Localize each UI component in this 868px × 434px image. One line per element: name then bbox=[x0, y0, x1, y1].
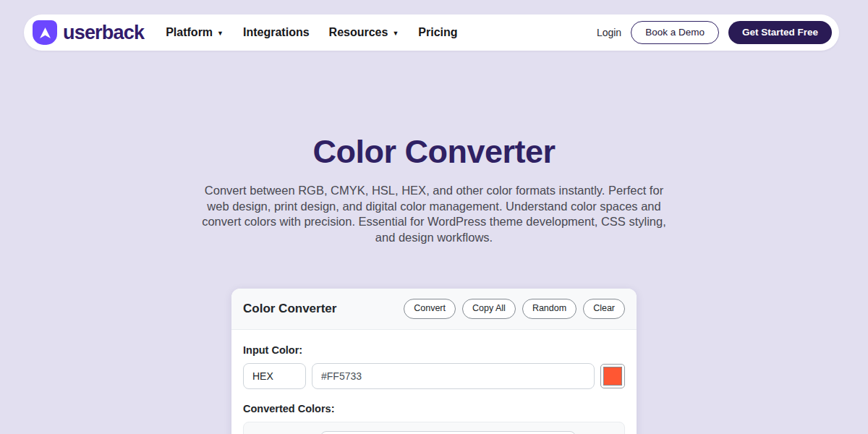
book-a-demo-button[interactable]: Book a Demo bbox=[631, 21, 719, 44]
color-format-select[interactable]: HEX bbox=[243, 363, 306, 389]
nav-item-pricing[interactable]: Pricing bbox=[418, 26, 457, 39]
nav-item-platform[interactable]: Platform ▼ bbox=[166, 26, 224, 39]
chevron-down-icon: ▼ bbox=[217, 30, 224, 37]
random-button[interactable]: Random bbox=[522, 299, 576, 319]
nav-item-label: Resources bbox=[329, 26, 388, 39]
get-started-free-button[interactable]: Get Started Free bbox=[728, 21, 832, 44]
converted-colors-label: Converted Colors: bbox=[243, 403, 625, 414]
clear-button[interactable]: Clear bbox=[583, 299, 625, 319]
input-color-row: HEX bbox=[243, 363, 625, 389]
color-swatch-fill bbox=[603, 367, 622, 386]
top-navigation-bar: userback Platform ▼ Integrations Resourc… bbox=[24, 14, 839, 51]
card-title: Color Converter bbox=[243, 302, 336, 316]
color-value-input[interactable] bbox=[312, 363, 595, 389]
converted-color-row bbox=[243, 422, 625, 434]
page-title: Color Converter bbox=[0, 133, 868, 171]
main-nav: Platform ▼ Integrations Resources ▼ Pric… bbox=[166, 26, 457, 39]
convert-button[interactable]: Convert bbox=[404, 299, 456, 319]
userback-logo[interactable]: userback bbox=[33, 20, 144, 45]
nav-item-integrations[interactable]: Integrations bbox=[243, 26, 310, 39]
chevron-down-icon: ▼ bbox=[392, 30, 399, 37]
input-color-label: Input Color: bbox=[243, 344, 625, 356]
color-converter-card: Color Converter Convert Copy All Random … bbox=[231, 289, 637, 434]
brand-wordmark: userback bbox=[63, 23, 144, 43]
converted-value-input[interactable] bbox=[320, 431, 576, 434]
color-picker-swatch[interactable] bbox=[600, 364, 625, 388]
nav-item-resources[interactable]: Resources ▼ bbox=[329, 26, 399, 39]
nav-item-label: Platform bbox=[166, 26, 213, 39]
hero-section: Color Converter Convert between RGB, CMY… bbox=[0, 133, 868, 245]
card-toolbar: Convert Copy All Random Clear bbox=[404, 299, 625, 319]
nav-item-label: Integrations bbox=[243, 26, 310, 39]
page-description: Convert between RGB, CMYK, HSL, HEX, and… bbox=[200, 183, 668, 245]
arrow-up-icon bbox=[38, 25, 53, 41]
login-link[interactable]: Login bbox=[597, 27, 621, 38]
header-actions: Login Book a Demo Get Started Free bbox=[597, 21, 832, 44]
nav-item-label: Pricing bbox=[418, 26, 457, 39]
userback-logo-icon bbox=[33, 20, 57, 45]
copy-all-button[interactable]: Copy All bbox=[462, 299, 516, 319]
card-body: Input Color: HEX Converted Colors: bbox=[231, 330, 637, 434]
card-header: Color Converter Convert Copy All Random … bbox=[231, 289, 637, 330]
